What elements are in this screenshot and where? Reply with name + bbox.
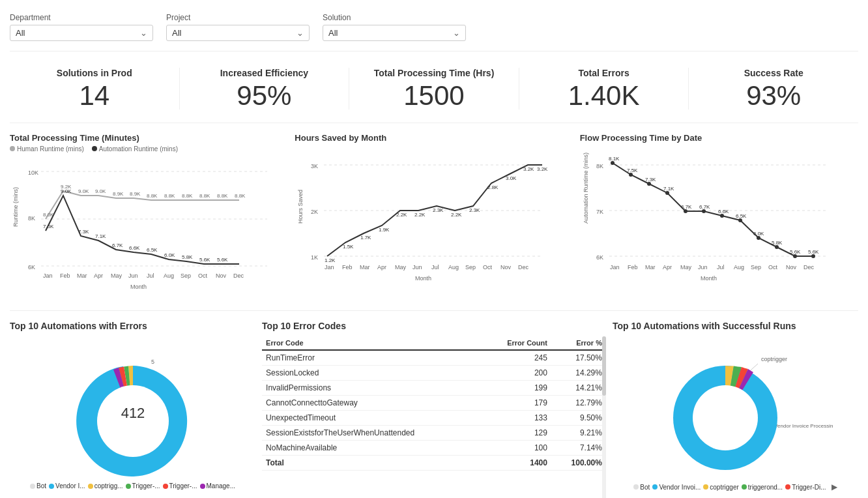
svg-text:3.0K: 3.0K [506,175,517,181]
svg-text:— Vendor Invoice Processing Cl: — Vendor Invoice Processing Cl... [768,423,833,429]
error-count-cell: 200 [484,366,551,381]
table-row: InvalidPermissions 199 14.21% [262,381,606,396]
svg-text:Nov: Nov [216,272,227,279]
top-success-title: Top 10 Automations with Successful Runs [613,321,858,331]
top-errors-title: Top 10 Automations with Errors [10,321,255,331]
svg-text:2.2K: 2.2K [414,212,426,218]
hours-saved-chart: Hours Saved by Month Hours Saved 3K 2K 1… [295,133,573,300]
svg-text:5.6K: 5.6K [808,249,819,255]
legend-manage-label: Manage... [207,482,235,490]
legend-vendor-label: Vendor I... [55,482,85,490]
svg-text:8K: 8K [28,215,35,222]
legend-coptrigg: coptrigg... [88,482,123,490]
legend-trigger2-label: Trigger-... [169,482,197,490]
svg-text:Mar: Mar [360,264,370,271]
svg-text:6.0K: 6.0K [164,252,175,258]
svg-text:5.6K: 5.6K [199,257,210,263]
kpi-increased-efficiency: Increased Efficiency 95% [180,68,349,110]
error-pct-cell: 12.79% [551,396,606,411]
col-error-code: Error Code [262,336,484,350]
success-legend-triggerdi-label: Trigger-Di... [792,484,826,491]
svg-text:7.5K: 7.5K [43,224,54,229]
svg-text:1.7K: 1.7K [360,235,371,241]
svg-text:6.5K: 6.5K [147,247,158,253]
error-code-cell: UnexpectedTimeout [262,411,484,426]
legend-bot: Bot [30,482,46,490]
svg-text:5.6K: 5.6K [217,257,228,263]
svg-text:Aug: Aug [164,272,174,279]
processing-time-legend: Human Runtime (mins) Automation Runtime … [10,145,288,153]
legend-bot-label: Bot [36,482,46,490]
svg-text:10K: 10K [28,169,38,176]
svg-text:8.8K: 8.8K [217,193,228,199]
error-count-cell: 100 [484,441,551,456]
success-legend-bot: Bot [633,482,650,491]
svg-text:2.2K: 2.2K [451,212,462,218]
svg-text:Month: Month [130,284,147,290]
svg-text:8.9K: 8.9K [130,191,141,197]
svg-text:3K: 3K [311,163,318,169]
top-errors-legend: Bot Vendor I... coptrigg... Trigger-... [30,482,235,490]
project-chevron-icon: ⌄ [297,28,304,38]
svg-text:8.8K: 8.8K [199,193,210,199]
svg-text:Mar: Mar [645,264,656,271]
kpi-success-title: Success Rate [689,68,858,78]
flow-processing-title: Flow Processing Time by Date [580,133,858,143]
legend-vendor: Vendor I... [49,482,85,490]
svg-text:6.7K: 6.7K [112,242,123,248]
svg-text:Jun: Jun [698,264,708,271]
svg-text:6.7K: 6.7K [699,204,710,210]
project-value: All [172,28,181,38]
flow-processing-chart-area: Automation Runtime (mins) 8K 7K 6K [580,145,858,297]
col-error-count: Error Count [484,336,551,350]
kpi-solutions-in-prod: Solutions in Prod 14 [10,68,179,110]
solution-filter: Solution All ⌄ [323,13,466,41]
error-codes-section: Top 10 Error Codes Error Code Error Coun… [262,321,606,498]
svg-text:8.9K: 8.9K [113,191,124,197]
error-codes-table: Error Code Error Count Error % RunTimeEr… [262,336,606,471]
svg-text:Apr: Apr [94,272,103,279]
svg-text:8.8K: 8.8K [182,193,193,199]
total-label: Total [262,456,484,471]
svg-text:1.5K: 1.5K [343,244,354,250]
svg-text:May: May [395,264,407,271]
success-legend-triggerdi: Trigger-Di... [785,482,826,491]
svg-text:5: 5 [151,359,154,365]
svg-text:7.5K: 7.5K [627,168,638,173]
svg-text:7.3K: 7.3K [78,229,89,235]
table-row: SessionExistsforTheUserWhenUnattended 12… [262,426,606,441]
success-legend-next-icon[interactable]: ▶ [832,482,837,491]
scrollbar-track[interactable] [602,336,606,498]
kpi-solutions-value: 14 [10,82,179,110]
error-count-cell: 129 [484,426,551,441]
legend-coptrigg-label: coptrigg... [94,482,123,490]
svg-point-123 [97,385,169,457]
table-row: CannotConnecttoGateway 179 12.79% [262,396,606,411]
hours-saved-chart-area: Hours Saved 3K 2K 1K 1.2K 1.5K [295,145,573,297]
svg-text:1.2K: 1.2K [325,257,336,263]
kpi-efficiency-title: Increased Efficiency [180,68,349,78]
error-code-cell: SessionLocked [262,366,484,381]
filters-row: Department All ⌄ Project All ⌄ Solution … [10,7,858,51]
svg-text:9.0K: 9.0K [61,188,72,194]
success-legend-vendor-label: Vendor Invoi... [659,484,701,491]
department-select[interactable]: All ⌄ [10,25,153,41]
project-select[interactable]: All ⌄ [166,25,310,41]
department-value: All [16,28,25,38]
success-legend-vendor: Vendor Invoi... [652,482,701,491]
svg-text:Jul: Jul [147,272,154,279]
svg-text:Sep: Sep [751,264,761,271]
scrollbar-thumb[interactable] [602,336,606,396]
kpi-row: Solutions in Prod 14 Increased Efficienc… [10,58,858,123]
hours-saved-title: Hours Saved by Month [295,133,573,143]
svg-text:6K: 6K [28,264,35,271]
svg-text:9.0K: 9.0K [78,188,89,194]
svg-text:8.8K: 8.8K [235,193,246,199]
svg-text:Jan: Jan [43,272,53,279]
svg-text:May: May [680,264,692,271]
legend-manage: Manage... [200,482,235,490]
svg-text:Feb: Feb [628,264,638,271]
solution-select[interactable]: All ⌄ [323,25,466,41]
legend-human: Human Runtime (mins) [17,145,84,153]
svg-text:Dec: Dec [803,264,815,271]
